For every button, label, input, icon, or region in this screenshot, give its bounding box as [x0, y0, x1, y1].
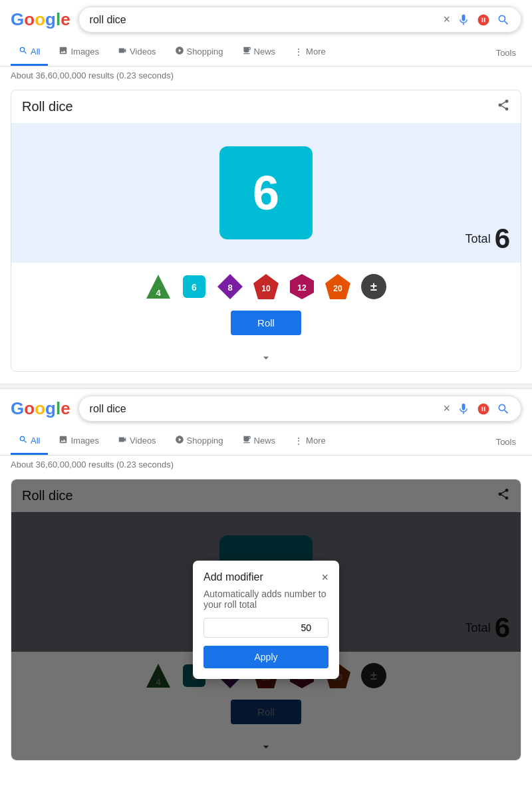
total-display-bottom: Total 6: [466, 612, 510, 644]
modal-close-button[interactable]: ×: [321, 571, 329, 583]
roll-button-bottom: Roll: [231, 700, 301, 724]
modifier-input[interactable]: [203, 618, 329, 638]
tab-videos[interactable]: Videos: [110, 39, 164, 66]
tab-images-bottom[interactable]: Images: [51, 428, 107, 455]
modifier-wrapper-bottom: ±: [359, 661, 388, 690]
share-button-bottom: [497, 487, 510, 504]
tab-news-bottom[interactable]: News: [234, 428, 284, 455]
svg-text:6: 6: [192, 282, 197, 293]
tab-more[interactable]: ⋮ More: [286, 40, 334, 66]
total-display: Total 6: [466, 223, 510, 255]
search-icons-bottom: ×: [443, 402, 510, 416]
d8-wrapper[interactable]: 8: [215, 272, 245, 301]
svg-text:±: ±: [370, 669, 377, 682]
apply-button[interactable]: Apply: [203, 646, 329, 668]
roll-button[interactable]: Roll: [231, 311, 301, 335]
dice-card-title: Roll dice: [22, 99, 73, 114]
search-submit-button[interactable]: [497, 13, 510, 27]
svg-text:8: 8: [227, 283, 232, 293]
dice-card-bottom: Roll dice 6 Total 6 4: [11, 479, 521, 761]
collapse-button[interactable]: [11, 344, 521, 371]
tools-tab-bottom[interactable]: Tools: [491, 430, 521, 454]
news-icon: [242, 46, 251, 57]
images-icon: [59, 46, 68, 57]
total-value: 6: [495, 223, 510, 255]
more-dots-icon: ⋮: [294, 47, 303, 57]
search-input[interactable]: [90, 14, 438, 26]
tools-tab[interactable]: Tools: [491, 41, 521, 65]
d4-wrapper-bottom: 4: [144, 661, 173, 690]
google-logo: Google: [11, 9, 70, 30]
svg-text:±: ±: [370, 280, 377, 293]
add-modifier-modal: Add modifier × Automatically adds number…: [193, 561, 339, 679]
dice-card-header-bottom: Roll dice: [11, 479, 521, 512]
bottom-tabs: All Images Videos Shopping News: [0, 428, 532, 456]
clear-button-bottom[interactable]: ×: [443, 402, 450, 416]
search-icons: ×: [443, 13, 510, 27]
mic-button-bottom[interactable]: [457, 402, 470, 416]
dice-display: 6 Total 6: [11, 123, 521, 263]
images-icon-bottom: [59, 435, 68, 446]
d6-wrapper[interactable]: 6: [180, 272, 209, 301]
dice-selector: 4 6 8 10: [11, 263, 521, 311]
d12-icon: 12: [288, 273, 316, 301]
dice-card-title-bottom: Roll dice: [22, 488, 73, 503]
lens-button[interactable]: [477, 13, 490, 27]
all-icon: [19, 46, 28, 57]
dice-card-top: Roll dice 6 Total 6 4: [11, 90, 521, 372]
tab-shopping[interactable]: Shopping: [167, 39, 231, 66]
modal-description: Automatically adds number to your roll t…: [203, 589, 329, 610]
mic-button[interactable]: [457, 13, 470, 27]
google-logo-bottom: Google: [11, 398, 70, 419]
d10-icon: 10: [252, 273, 280, 301]
top-header: Google ×: [0, 0, 532, 39]
modal-title: Add modifier: [203, 571, 263, 583]
d12-wrapper[interactable]: 12: [287, 272, 317, 301]
news-icon-bottom: [242, 435, 251, 446]
clear-button[interactable]: ×: [443, 13, 450, 27]
d8-icon: 8: [216, 273, 244, 301]
search-submit-button-bottom[interactable]: [497, 402, 510, 416]
modifier-wrapper[interactable]: ±: [359, 272, 388, 301]
d20-wrapper[interactable]: 20: [323, 272, 352, 301]
lens-button-bottom[interactable]: [477, 402, 490, 416]
shopping-icon: [175, 46, 184, 57]
d20-icon: 20: [324, 273, 352, 301]
svg-text:4: 4: [156, 288, 161, 298]
results-count-bottom: About 36,60,00,000 results (0.23 seconds…: [0, 456, 532, 473]
d6-icon: 6: [182, 274, 207, 299]
modal-content: Add modifier × Automatically adds number…: [193, 561, 339, 679]
tab-shopping-bottom[interactable]: Shopping: [167, 428, 231, 455]
tab-all[interactable]: All: [11, 39, 48, 66]
chevron-down-icon: [259, 351, 273, 364]
tab-all-bottom[interactable]: All: [11, 428, 48, 455]
search-bar-bottom: ×: [78, 396, 521, 422]
share-button[interactable]: [497, 98, 510, 115]
svg-text:12: 12: [297, 283, 307, 293]
shopping-icon-bottom: [175, 435, 184, 446]
top-tabs: All Images Videos Shopping News: [0, 39, 532, 67]
d10-wrapper[interactable]: 10: [251, 272, 281, 301]
videos-icon-bottom: [118, 435, 127, 446]
svg-text:4: 4: [156, 677, 161, 687]
modal-header: Add modifier ×: [203, 571, 329, 583]
top-section: Google × All: [0, 0, 532, 384]
dice-card-header: Roll dice: [11, 90, 521, 123]
tab-videos-bottom[interactable]: Videos: [110, 428, 164, 455]
tab-news[interactable]: News: [234, 39, 284, 66]
bottom-header: Google ×: [0, 389, 532, 428]
dice-result: 6: [253, 166, 279, 220]
collapse-button-bottom: [11, 734, 521, 760]
tab-images[interactable]: Images: [51, 39, 107, 66]
d4-wrapper[interactable]: 4: [144, 272, 173, 301]
svg-text:20: 20: [333, 284, 342, 293]
total-value-bottom: 6: [495, 612, 510, 644]
search-bar: ×: [78, 7, 521, 33]
search-input-bottom[interactable]: [90, 403, 438, 415]
tab-more-bottom[interactable]: ⋮ More: [286, 429, 334, 455]
all-icon-bottom: [19, 435, 28, 446]
modifier-icon: ±: [360, 273, 388, 301]
bottom-section: Google × All: [0, 389, 532, 773]
section-divider: [0, 384, 532, 389]
d4-icon: 4: [144, 273, 172, 301]
